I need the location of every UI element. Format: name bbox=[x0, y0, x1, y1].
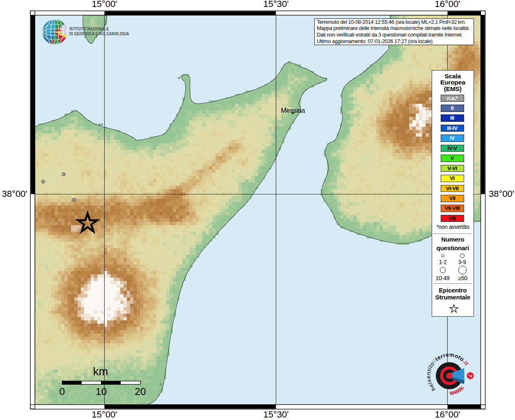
svg-text:16°00': 16°00' bbox=[435, 0, 460, 9]
svg-text:0: 0 bbox=[59, 386, 65, 397]
svg-text:38°00': 38°00' bbox=[2, 189, 27, 199]
svg-text:15°30': 15°30' bbox=[263, 0, 289, 9]
svg-text:15°30': 15°30' bbox=[263, 409, 289, 420]
svg-text:10: 10 bbox=[96, 386, 107, 397]
svg-text:km: km bbox=[93, 365, 108, 378]
svg-text:15°00': 15°00' bbox=[92, 0, 117, 9]
svg-text:20: 20 bbox=[135, 386, 146, 397]
svg-text:ISTITUTO NAZIONALE: ISTITUTO NAZIONALE bbox=[69, 26, 109, 31]
svg-text:15°00': 15°00' bbox=[92, 409, 117, 420]
svg-text:DI GEOFISICA E VULCANOLOGIA: DI GEOFISICA E VULCANOLOGIA bbox=[69, 32, 129, 37]
svg-text:16°00': 16°00' bbox=[435, 409, 460, 420]
svg-text:38°00': 38°00' bbox=[489, 189, 514, 199]
